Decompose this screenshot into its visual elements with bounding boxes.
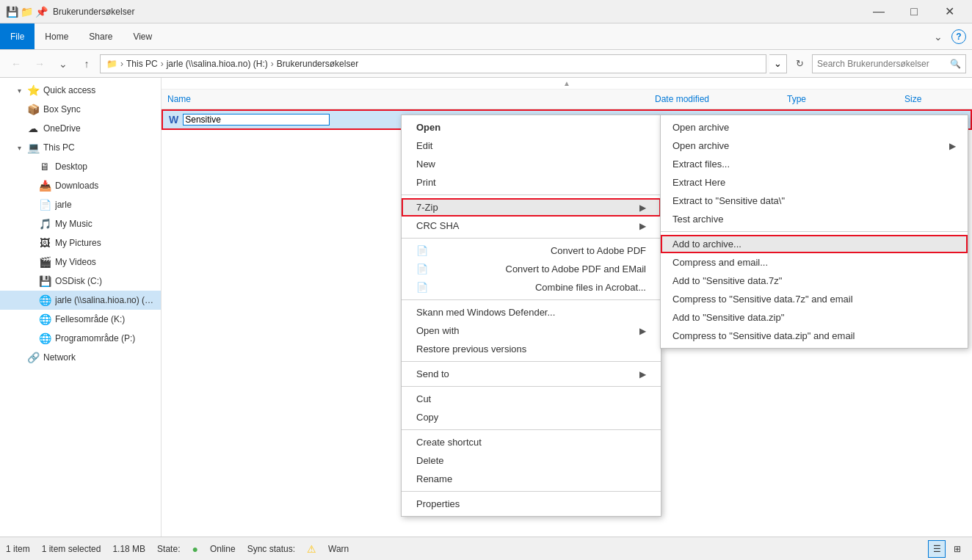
col-size[interactable]: Size bbox=[899, 92, 972, 106]
ctx-crc-sha[interactable]: CRC SHA ▶ bbox=[402, 217, 661, 235]
sub-compress-email[interactable]: Compress and email... bbox=[661, 253, 968, 272]
scroll-up-indicator: ▲ bbox=[162, 78, 972, 90]
sidebar-item-label: Desktop bbox=[55, 161, 87, 172]
sub-open-archive2-label: Open archive bbox=[672, 140, 729, 151]
ctx-properties[interactable]: Properties bbox=[402, 495, 661, 513]
ctx-delete[interactable]: Delete bbox=[402, 451, 661, 470]
state-label: State: bbox=[157, 544, 180, 554]
tiles-view-btn[interactable]: ⊞ bbox=[949, 540, 966, 558]
state-icon: ● bbox=[192, 543, 197, 555]
sidebar-item-label: Downloads bbox=[55, 181, 98, 191]
ctx-convert-pdf[interactable]: 📄 Convert to Adobe PDF bbox=[402, 241, 661, 260]
close-button[interactable]: ✕ bbox=[932, 0, 966, 23]
onedrive-icon: ☁ bbox=[27, 123, 39, 134]
sub-add-zip[interactable]: Add to "Sensitive data.zip" bbox=[661, 308, 968, 327]
up-button[interactable]: ↑ bbox=[76, 54, 97, 74]
ctx-rename[interactable]: Rename bbox=[402, 470, 661, 488]
sidebar-item-programomrade[interactable]: ▸ 🌐 Programområde (P:) bbox=[0, 329, 161, 348]
sub-add-7z[interactable]: Add to "Sensitive data.7z" bbox=[661, 272, 968, 290]
sub-extract-here[interactable]: Extract Here bbox=[661, 173, 968, 192]
sidebar-item-label: Fellesområde (K:) bbox=[55, 314, 125, 324]
ctx-restore-versions[interactable]: Restore previous versions bbox=[402, 340, 661, 358]
tab-share[interactable]: Share bbox=[79, 23, 123, 49]
ribbon-collapse-btn[interactable]: ⌄ bbox=[928, 26, 949, 47]
sidebar-item-my-videos[interactable]: ▸ 🎬 My Videos bbox=[0, 252, 161, 272]
sub-add-archive[interactable]: Add to archive... bbox=[661, 235, 968, 253]
sync-value: Warn bbox=[328, 544, 349, 554]
sub-open-archive2[interactable]: Open archive ▶ bbox=[661, 137, 968, 155]
sidebar-item-network[interactable]: ▸ 🔗 Network bbox=[0, 348, 161, 367]
path-this-pc[interactable]: This PC bbox=[126, 59, 158, 69]
programomrade-icon: 🌐 bbox=[39, 332, 51, 344]
sidebar-item-my-music[interactable]: ▸ 🎵 My Music bbox=[0, 214, 161, 233]
sub-add-archive-label: Add to archive... bbox=[672, 239, 741, 250]
sidebar-item-desktop[interactable]: ▸ 🖥 Desktop bbox=[0, 157, 161, 176]
sub-extract-files[interactable]: Extract files... bbox=[661, 155, 968, 173]
back-button[interactable]: ← bbox=[6, 54, 26, 74]
sidebar-item-jarle[interactable]: ▸ 📄 jarle bbox=[0, 195, 161, 214]
sidebar-item-label: jarle bbox=[55, 200, 72, 210]
ctx-open[interactable]: Open bbox=[402, 118, 661, 137]
sub-compress-email-label: Compress and email... bbox=[672, 257, 768, 268]
ctx-combine-label: Combine files in Acrobat... bbox=[535, 282, 646, 293]
search-box: 🔍 bbox=[812, 54, 966, 73]
sub-test-archive[interactable]: Test archive bbox=[661, 210, 968, 228]
sub-extract-sensitive[interactable]: Extract to "Sensitive data\" bbox=[661, 192, 968, 210]
search-input[interactable] bbox=[817, 59, 950, 69]
selected-count: 1 item selected bbox=[42, 544, 101, 554]
col-type[interactable]: Type bbox=[781, 92, 899, 106]
ctx-crc-arrow: ▶ bbox=[639, 221, 646, 231]
ctx-print[interactable]: Print bbox=[402, 173, 661, 192]
path-jarle[interactable]: jarle (\\salina.hioa.no) (H:) bbox=[167, 59, 268, 69]
expand-icon: ▾ bbox=[18, 87, 21, 95]
ctx-open-with[interactable]: Open with ▶ bbox=[402, 321, 661, 340]
dropdown-arrow-btn[interactable]: ⌄ bbox=[53, 54, 73, 74]
ctx-sep-1 bbox=[402, 194, 661, 195]
sub-compress-7z-email[interactable]: Compress to "Sensitive data.7z" and emai… bbox=[661, 290, 968, 308]
sidebar-item-box-sync[interactable]: ▸ 📦 Box Sync bbox=[0, 100, 161, 119]
sidebar-item-quick-access[interactable]: ▾ ⭐ Quick access bbox=[0, 81, 161, 100]
ctx-copy[interactable]: Copy bbox=[402, 408, 661, 426]
ctx-new[interactable]: New bbox=[402, 155, 661, 173]
ctx-combine-acrobat[interactable]: 📄 Combine files in Acrobat... bbox=[402, 278, 661, 297]
ctx-create-shortcut[interactable]: Create shortcut bbox=[402, 433, 661, 451]
help-btn[interactable]: ? bbox=[951, 29, 966, 44]
ctx-convert-pdf-email[interactable]: 📄 Convert to Adobe PDF and EMail bbox=[402, 260, 661, 278]
file-name-input[interactable] bbox=[183, 114, 330, 126]
col-date[interactable]: Date modified bbox=[649, 92, 781, 106]
ctx-cut[interactable]: Cut bbox=[402, 390, 661, 408]
ctx-scan-defender[interactable]: Skann med Windows Defender... bbox=[402, 303, 661, 321]
ctx-7zip[interactable]: 7-Zip ▶ bbox=[402, 198, 661, 217]
status-bar: 1 item 1 item selected 1.18 MB State: ● … bbox=[0, 537, 972, 560]
path-bruker[interactable]: Brukerundersøkelser bbox=[277, 59, 358, 69]
forward-button[interactable]: → bbox=[29, 54, 50, 74]
sidebar-item-downloads[interactable]: ▸ 📥 Downloads bbox=[0, 176, 161, 195]
col-name[interactable]: Name bbox=[162, 92, 649, 106]
address-dropdown-btn[interactable]: ⌄ bbox=[769, 54, 787, 73]
minimize-button[interactable]: — bbox=[862, 0, 896, 23]
sidebar-item-onedrive[interactable]: ▸ ☁ OneDrive bbox=[0, 119, 161, 138]
tab-view[interactable]: View bbox=[123, 23, 162, 49]
path-segment-folder: 📁 bbox=[106, 59, 117, 69]
sidebar-item-osdisk[interactable]: ▸ 💾 OSDisk (C:) bbox=[0, 272, 161, 291]
maximize-button[interactable]: □ bbox=[897, 0, 931, 23]
sub-compress-zip-email[interactable]: Compress to "Sensitive data.zip" and ema… bbox=[661, 327, 968, 345]
sidebar-item-this-pc[interactable]: ▾ 💻 This PC bbox=[0, 138, 161, 157]
details-view-btn[interactable]: ☰ bbox=[928, 540, 946, 558]
ctx-scan-label: Skann med Windows Defender... bbox=[416, 307, 555, 318]
sidebar-item-my-pictures[interactable]: ▸ 🖼 My Pictures bbox=[0, 233, 161, 252]
sidebar-item-jarle-network[interactable]: ▸ 🌐 jarle (\\salina.hioa.no) (H:) bbox=[0, 291, 161, 310]
ribbon: File Home Share View ⌄ ? bbox=[0, 23, 972, 50]
sidebar-item-fellesomrade[interactable]: ▸ 🌐 Fellesområde (K:) bbox=[0, 310, 161, 329]
ctx-crc-label: CRC SHA bbox=[416, 220, 460, 231]
sub-open-archive[interactable]: Open archive bbox=[661, 118, 968, 137]
ctx-send-to[interactable]: Send to ▶ bbox=[402, 365, 661, 383]
refresh-button[interactable]: ↻ bbox=[790, 54, 809, 73]
address-path[interactable]: 📁 › This PC › jarle (\\salina.hioa.no) (… bbox=[100, 54, 766, 73]
ctx-convert-pdf-email-label: Convert to Adobe PDF and EMail bbox=[506, 263, 647, 274]
tab-home[interactable]: Home bbox=[35, 23, 79, 49]
tab-file[interactable]: File bbox=[0, 23, 35, 49]
ribbon-end: ⌄ ? bbox=[928, 23, 972, 49]
ctx-edit[interactable]: Edit bbox=[402, 137, 661, 155]
box-sync-icon: 📦 bbox=[27, 103, 39, 115]
